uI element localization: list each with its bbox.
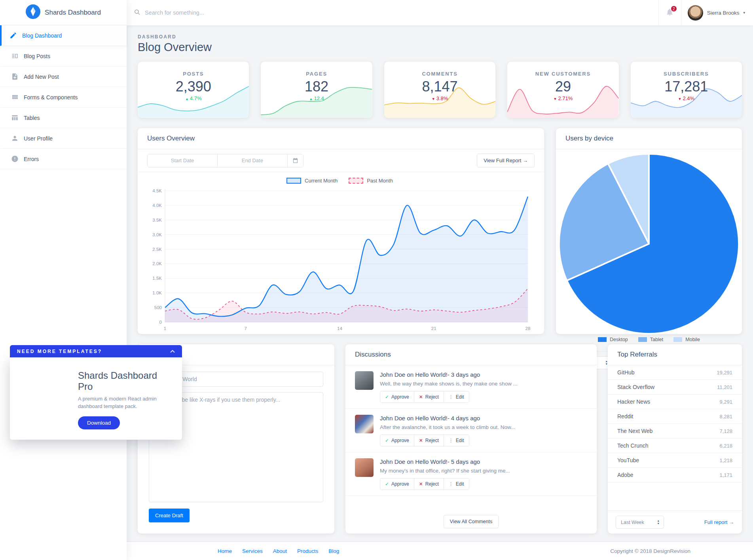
current-month-swatch bbox=[286, 178, 301, 184]
select-updown-icon: ▲▼ bbox=[657, 520, 660, 525]
brand[interactable]: Shards Dashboard bbox=[0, 0, 127, 25]
pie-legend-tablet: Tablet bbox=[638, 337, 663, 342]
stat-delta: ▼2.4% bbox=[631, 95, 742, 101]
svg-text:3.0K: 3.0K bbox=[152, 232, 162, 237]
overview-toolbar: View Full Report → bbox=[138, 149, 544, 172]
start-date-input[interactable] bbox=[148, 154, 217, 167]
button-label: Edit bbox=[456, 438, 464, 443]
referral-row: Stack Overflow11,201 bbox=[608, 380, 742, 395]
referral-row: YouTube1,218 bbox=[608, 453, 742, 468]
approve-button[interactable]: ✓Approve bbox=[380, 391, 414, 402]
stat-label: PAGES bbox=[261, 71, 372, 77]
chevron-up-icon[interactable] bbox=[170, 349, 175, 354]
edit-icon: ⋮ bbox=[449, 438, 453, 443]
edit-button[interactable]: ⋮Edit bbox=[444, 435, 469, 446]
discussion-item: John Doe on Hello World!- 4 days agoAfte… bbox=[345, 409, 597, 452]
svg-text:1.5K: 1.5K bbox=[152, 276, 162, 281]
sidebar-item-errors[interactable]: Errors bbox=[0, 149, 127, 169]
table-icon bbox=[11, 114, 19, 121]
referrals-range-select[interactable]: Last Week ▲▼ bbox=[616, 516, 664, 529]
end-date-input[interactable] bbox=[218, 154, 287, 167]
create-draft-button[interactable]: Create Draft bbox=[149, 509, 190, 522]
user-menu[interactable]: Sierra Brooks ▾ bbox=[681, 0, 753, 25]
stat-delta-value: 2.4% bbox=[683, 95, 694, 101]
sidebar-item-user-profile[interactable]: User Profile bbox=[0, 128, 127, 149]
avatar bbox=[355, 415, 374, 433]
breadcrumb: DASHBOARD bbox=[138, 34, 742, 40]
stat-delta: ▼3.8% bbox=[384, 95, 495, 101]
page-head: DASHBOARD Blog Overview bbox=[138, 34, 742, 54]
legend-label: Tablet bbox=[650, 337, 663, 342]
reject-icon: ✕ bbox=[419, 481, 423, 487]
referral-label: Stack Overflow bbox=[617, 384, 654, 390]
notification-badge: 2 bbox=[670, 5, 677, 12]
footer-link-about[interactable]: About bbox=[273, 548, 287, 554]
arrow-down-icon: ▼ bbox=[678, 97, 682, 101]
sidebar-item-forms-components[interactable]: Forms & Components bbox=[0, 87, 127, 108]
search-input[interactable] bbox=[145, 9, 311, 16]
button-label: Approve bbox=[391, 394, 409, 400]
approve-button[interactable]: ✓Approve bbox=[380, 478, 414, 490]
notifications-button[interactable]: 2 bbox=[658, 0, 681, 25]
reject-icon: ✕ bbox=[419, 394, 423, 400]
stat-label: POSTS bbox=[138, 71, 249, 77]
referral-row: The Next Web7,128 bbox=[608, 424, 742, 439]
svg-text:2.0K: 2.0K bbox=[152, 261, 162, 266]
footer-link-blog[interactable]: Blog bbox=[328, 548, 339, 554]
view-all-comments-button[interactable]: View All Comments bbox=[444, 515, 499, 528]
sidebar-item-blog-posts[interactable]: Blog Posts bbox=[0, 46, 127, 66]
main-column: 2 Sierra Brooks ▾ DASHBOARD Blog Overvie… bbox=[127, 0, 753, 560]
discussion-content: John Doe on Hello World!- 4 days agoAfte… bbox=[380, 415, 515, 446]
footer-link-products[interactable]: Products bbox=[297, 548, 318, 554]
top-referrals-card: Top Referrals GitHub19,291Stack Overflow… bbox=[608, 344, 742, 533]
sidebar-item-tables[interactable]: Tables bbox=[0, 108, 127, 128]
sidebar-item-blog-dashboard[interactable]: Blog Dashboard bbox=[0, 25, 127, 46]
select-value: Last Week bbox=[621, 520, 644, 525]
referral-label: Hacker News bbox=[617, 399, 650, 405]
stat-label: SUBSCRIBERS bbox=[631, 71, 742, 77]
svg-text:21: 21 bbox=[431, 326, 436, 331]
reject-button[interactable]: ✕Reject bbox=[414, 391, 444, 402]
navbar-right: 2 Sierra Brooks ▾ bbox=[658, 0, 753, 25]
footer-links: HomeServicesAboutProductsBlog bbox=[218, 548, 339, 554]
legend-past-month: Past Month bbox=[349, 178, 393, 184]
stat-delta-value: 2.71% bbox=[558, 95, 573, 101]
edit-button[interactable]: ⋮Edit bbox=[444, 478, 469, 490]
referral-value: 1,218 bbox=[719, 457, 732, 463]
person-icon bbox=[11, 135, 19, 142]
button-label: Approve bbox=[391, 481, 409, 487]
reject-button[interactable]: ✕Reject bbox=[414, 435, 444, 446]
referrals-full-report-link[interactable]: Full report → bbox=[704, 519, 734, 525]
edit-icon: ⋮ bbox=[449, 481, 453, 487]
referral-row: Reddit8,281 bbox=[608, 409, 742, 424]
referral-label: Adobe bbox=[617, 472, 633, 478]
sidebar-item-add-new-post[interactable]: Add New Post bbox=[0, 66, 127, 87]
calendar-button[interactable] bbox=[287, 154, 303, 167]
download-button[interactable]: Download bbox=[78, 416, 120, 429]
top-referrals-title: Top Referrals bbox=[608, 344, 742, 365]
reject-button[interactable]: ✕Reject bbox=[414, 478, 444, 490]
legend-label: Past Month bbox=[367, 178, 393, 184]
error-icon bbox=[11, 155, 19, 163]
svg-text:0: 0 bbox=[159, 320, 162, 325]
sidebar-nav: Blog DashboardBlog PostsAdd New PostForm… bbox=[0, 25, 127, 169]
view-full-report-button[interactable]: View Full Report → bbox=[477, 154, 535, 167]
edit-button[interactable]: ⋮Edit bbox=[444, 391, 469, 402]
search-icon bbox=[134, 9, 140, 17]
discussion-actions: ✓Approve✕Reject⋮Edit bbox=[380, 435, 469, 446]
legend-label: Current Month bbox=[305, 178, 338, 184]
stat-card-comments: COMMENTS8,147▼3.8% bbox=[384, 62, 495, 118]
footer-link-home[interactable]: Home bbox=[218, 548, 232, 554]
stat-value: 17,281 bbox=[631, 78, 742, 95]
edit-icon: ⋮ bbox=[449, 394, 453, 400]
posts-icon bbox=[11, 52, 19, 60]
sidebar-item-label: User Profile bbox=[24, 135, 53, 142]
approve-button[interactable]: ✓Approve bbox=[380, 435, 414, 446]
footer-link-services[interactable]: Services bbox=[242, 548, 263, 554]
stat-card-subscribers: SUBSCRIBERS17,281▼2.4% bbox=[631, 62, 742, 118]
svg-text:1: 1 bbox=[164, 326, 166, 331]
arrow-down-icon: ▼ bbox=[554, 97, 557, 101]
svg-text:500: 500 bbox=[154, 305, 162, 310]
stat-card-new-customers: NEW CUSTOMERS29▼2.71% bbox=[507, 62, 618, 118]
mid-row: Users Overview View Full Report → bbox=[138, 128, 742, 334]
